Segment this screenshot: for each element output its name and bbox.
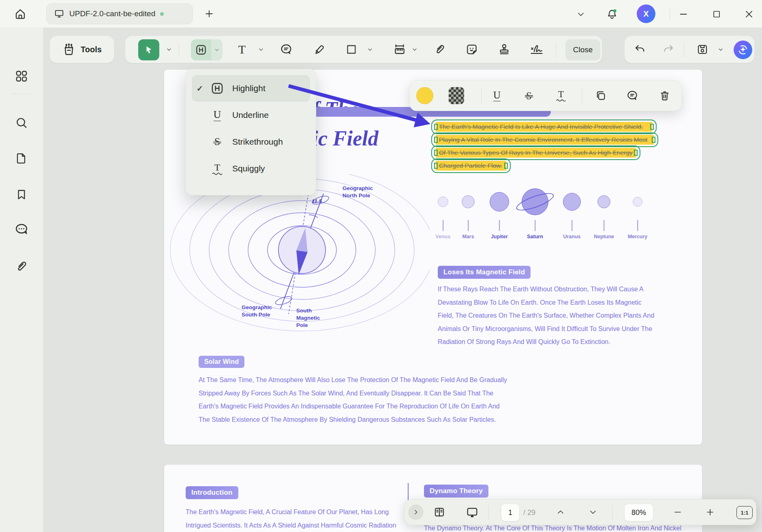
- selection-handle-left[interactable]: [434, 124, 438, 130]
- chevron-down-icon: [411, 46, 418, 53]
- sidebar-item-panels[interactable]: [15, 69, 28, 83]
- measure-tool-button[interactable]: [393, 43, 406, 56]
- close-annotate-button[interactable]: Close: [565, 39, 600, 60]
- notifications-button[interactable]: [605, 7, 619, 21]
- opacity-button[interactable]: [449, 87, 464, 104]
- document-tab[interactable]: UPDF-2.0-cant-be-edited: [46, 3, 193, 24]
- menu-item-strikethrough[interactable]: S Strikethrough: [192, 128, 310, 155]
- selection-handle-right[interactable]: [634, 150, 638, 156]
- highlighted-text: Of The Various Types Of Rays In The Univ…: [439, 149, 633, 156]
- selection-handle-right[interactable]: [650, 124, 654, 130]
- undo-button[interactable]: [634, 43, 646, 56]
- highlight-tool-dropdown[interactable]: [211, 39, 223, 60]
- sidebar-item-attachments[interactable]: [15, 259, 28, 273]
- save-dropdown[interactable]: [717, 46, 724, 53]
- select-tool-button[interactable]: [138, 39, 159, 60]
- tools-button[interactable]: Tools: [49, 36, 114, 63]
- measure-tool-dropdown[interactable]: [411, 46, 418, 53]
- left-sidebar: [0, 28, 43, 532]
- pencil-tool-button[interactable]: [313, 43, 326, 56]
- add-comment-button[interactable]: [626, 90, 638, 102]
- avatar-initial: X: [643, 9, 649, 19]
- comment-tool-button[interactable]: [280, 43, 293, 56]
- tab-title: UPDF-2.0-cant-be-edited: [69, 9, 155, 18]
- menu-item-highlight[interactable]: ✓ Highlight: [192, 75, 310, 102]
- collapse-toolbar-button[interactable]: [574, 7, 588, 21]
- user-avatar[interactable]: X: [637, 4, 655, 23]
- plus-icon: [204, 9, 214, 19]
- sidebar-item-thumbnails[interactable]: [15, 152, 28, 165]
- new-tab-button[interactable]: [203, 7, 216, 20]
- sticker-tool-button[interactable]: [465, 43, 478, 56]
- signature-tool-button[interactable]: [529, 42, 544, 57]
- delete-annotation-button[interactable]: [659, 90, 671, 102]
- shape-tool-dropdown[interactable]: [367, 46, 373, 53]
- close-label: Close: [573, 45, 593, 54]
- text-tool-button[interactable]: T: [238, 43, 246, 56]
- menu-item-underline[interactable]: U Underline: [192, 102, 310, 128]
- window-titlebar: UPDF-2.0-cant-be-edited X: [0, 0, 762, 28]
- thumbnail-panel-button[interactable]: [433, 506, 445, 518]
- plus-icon: [705, 507, 715, 517]
- maximize-button[interactable]: [709, 7, 724, 21]
- zoom-level-input[interactable]: 80%: [624, 504, 653, 521]
- selection-handle-left[interactable]: [434, 150, 438, 156]
- page-icon: [15, 152, 28, 165]
- yellow-color-swatch: [416, 87, 433, 104]
- ruler-icon: [393, 43, 406, 56]
- minus-icon: [673, 507, 683, 517]
- diagram-label-south-geo: Geographic South Pole: [242, 304, 272, 318]
- selection-handle-right[interactable]: [652, 137, 655, 143]
- home-button[interactable]: [10, 3, 31, 24]
- zoom-out-button[interactable]: [673, 507, 683, 517]
- presentation-mode-button[interactable]: [466, 506, 479, 519]
- sidebar-item-comments[interactable]: [14, 222, 29, 237]
- select-tool-dropdown[interactable]: [166, 46, 172, 53]
- previous-page-button[interactable]: [556, 508, 565, 517]
- next-page-button[interactable]: [589, 508, 597, 517]
- text-tool-dropdown[interactable]: [258, 46, 264, 53]
- highlight-tool-menu: ✓ Highlight U Underline S Strikethrough …: [186, 69, 316, 195]
- page-number-input[interactable]: 1: [501, 504, 520, 521]
- shape-tool-button[interactable]: [345, 43, 357, 56]
- selection-handle-left[interactable]: [434, 137, 438, 143]
- underline-icon: U: [214, 109, 221, 121]
- color-swatch-button[interactable]: [416, 87, 433, 104]
- highlight-icon: [210, 81, 224, 95]
- sticker-icon: [465, 43, 478, 56]
- unsaved-status-dot: [160, 12, 164, 16]
- minimize-button[interactable]: [676, 7, 691, 21]
- redo-button[interactable]: [662, 43, 674, 56]
- highlight-tool-button[interactable]: [191, 39, 223, 60]
- squiggly-style-button[interactable]: T: [556, 90, 566, 102]
- highlight-annotation-line[interactable]: The Earth's Magnetic Field Is Like A Hug…: [431, 120, 657, 134]
- expand-toolbar-button[interactable]: [408, 504, 424, 520]
- strikethrough-style-button[interactable]: S: [526, 91, 532, 101]
- underline-style-button[interactable]: U: [493, 90, 501, 101]
- opacity-checkerboard-icon: [449, 87, 464, 104]
- highlight-annotation-line[interactable]: Of The Various Types Of Rays In The Univ…: [431, 145, 640, 160]
- stamp-tool-button[interactable]: [498, 43, 511, 56]
- toolbar-divider: [481, 89, 482, 103]
- selection-handle-right[interactable]: [504, 163, 508, 169]
- duplicate-annotation-button[interactable]: [595, 90, 607, 102]
- grid-icon: [15, 69, 28, 83]
- actual-size-button[interactable]: 1:1: [736, 506, 753, 519]
- highlight-annotation-line[interactable]: Charged Particle Flow.: [431, 158, 511, 173]
- strikethrough-icon: S: [526, 91, 532, 101]
- save-button[interactable]: [696, 43, 708, 56]
- monitor-icon: [54, 9, 64, 19]
- toolbox-icon: [62, 43, 76, 56]
- chevron-down-icon: [258, 46, 264, 53]
- zoom-in-button[interactable]: [705, 507, 715, 517]
- ai-assistant-button[interactable]: [734, 41, 752, 59]
- menu-item-squiggly[interactable]: T Squiggly: [192, 155, 310, 182]
- sidebar-item-search[interactable]: [15, 116, 28, 130]
- section-badge-dynamo: Dynamo Theory: [424, 485, 488, 498]
- cursor-icon: [143, 45, 154, 55]
- attachment-tool-button[interactable]: [433, 43, 446, 56]
- close-window-button[interactable]: [742, 7, 756, 21]
- highlight-annotation-line[interactable]: Playing A Vital Role In The Cosmic Envir…: [431, 132, 658, 147]
- sidebar-item-bookmarks[interactable]: [15, 188, 28, 201]
- selection-handle-left[interactable]: [434, 163, 438, 169]
